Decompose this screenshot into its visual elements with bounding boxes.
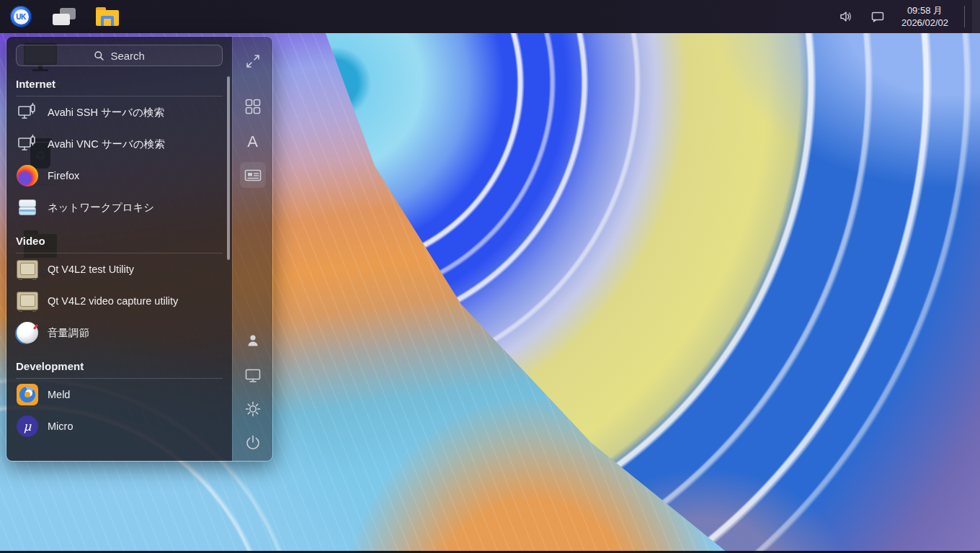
- tv-icon: [17, 292, 38, 310]
- section-header-video: Video: [16, 235, 223, 249]
- panel-separator: [964, 6, 965, 27]
- letter-a-icon: A: [247, 134, 258, 150]
- menu-scrollbar[interactable]: [227, 76, 230, 260]
- firefox-icon: [17, 165, 38, 186]
- tv-icon: [17, 290, 38, 312]
- sidebar-button-expand-menu[interactable]: [240, 48, 266, 74]
- volume-button[interactable]: [834, 4, 858, 29]
- micro-icon: μ: [17, 415, 38, 437]
- sidebar-button-sort-alphabetical[interactable]: A: [240, 129, 266, 155]
- file-manager-folder-icon: [96, 7, 119, 26]
- clock-time: 09:58 月: [901, 4, 948, 17]
- volume-knob-icon: [17, 322, 38, 343]
- remote-display-icon: [17, 102, 38, 123]
- start-menu: Search Internet Avahi SSH サーバの検索 Avahi V…: [6, 36, 273, 462]
- notification-button[interactable]: [865, 4, 890, 29]
- volume-knob-icon: [17, 322, 38, 343]
- clock-date: 2026/02/02: [901, 17, 948, 29]
- sidebar-button-view-all-apps[interactable]: [240, 94, 266, 120]
- window-switcher-icon: [53, 8, 76, 25]
- sidebar-button-power[interactable]: [240, 430, 266, 456]
- panel-clock[interactable]: 09:58 月 2026/02/02: [897, 4, 953, 29]
- sidebar-button-computer-settings[interactable]: [240, 362, 266, 388]
- meld-icon: [17, 384, 38, 405]
- magnifier-icon: [94, 50, 104, 61]
- gear-icon: [244, 400, 262, 418]
- menu-item[interactable]: μMicro: [16, 410, 223, 442]
- menu-item[interactable]: Qt V4L2 video capture utility: [16, 285, 223, 317]
- micro-icon: μ: [17, 415, 38, 437]
- tv-icon: [17, 258, 38, 280]
- card-icon: [243, 165, 263, 185]
- menu-item-label: Avahi VNC サーバの検索: [48, 138, 165, 151]
- menu-item-label: 音量調節: [48, 326, 89, 340]
- panel-tray: 09:58 月 2026/02/02: [834, 0, 980, 33]
- section-header-development: Development: [16, 360, 223, 374]
- desktop-screen: Computer♻Trashhoge UK: [0, 0, 980, 553]
- ukui-logo-icon: UK: [10, 6, 32, 27]
- search-input[interactable]: Search: [16, 45, 223, 66]
- menu-item[interactable]: Avahi VNC サーバの検索: [16, 128, 223, 160]
- menu-item[interactable]: Qt V4L2 test Utility: [16, 253, 223, 285]
- menu-item[interactable]: 音量調節: [16, 317, 223, 349]
- window-switcher-button[interactable]: [52, 4, 76, 29]
- proxy-stack-icon: [17, 197, 38, 218]
- search-placeholder: Search: [110, 50, 145, 62]
- menu-item[interactable]: Meld: [16, 379, 223, 410]
- menu-item-label: Qt V4L2 video capture utility: [48, 295, 178, 307]
- menu-item-label: Qt V4L2 test Utility: [48, 264, 134, 275]
- firefox-icon: [17, 165, 38, 186]
- meld-icon: [17, 384, 38, 405]
- tv-icon: [17, 260, 38, 279]
- menu-item[interactable]: Avahi SSH サーバの検索: [16, 96, 223, 128]
- panel-launchers: UK: [0, 4, 120, 29]
- ukui-logo-text: UK: [14, 9, 29, 24]
- start-menu-button[interactable]: UK: [9, 4, 33, 29]
- menu-item-label: Firefox: [48, 170, 79, 181]
- menu-item-label: Meld: [48, 389, 70, 400]
- menu-item-label: Micro: [48, 421, 73, 432]
- proxy-stack-icon: [17, 197, 38, 218]
- menu-item-label: Avahi SSH サーバの検索: [48, 106, 164, 120]
- expand-icon: [244, 53, 262, 70]
- remote-display-icon: [17, 133, 38, 155]
- menu-item-label: ネットワークプロキシ: [48, 201, 154, 215]
- top-panel: UK: [0, 0, 980, 33]
- speaker-icon: [838, 9, 854, 24]
- show-desktop-button[interactable]: [972, 0, 980, 33]
- sidebar-button-user-account[interactable]: [240, 328, 266, 354]
- chat-bubble-icon: [870, 9, 886, 24]
- menu-item[interactable]: Firefox: [16, 160, 223, 192]
- user-icon: [244, 332, 262, 349]
- section-header-internet: Internet: [16, 78, 223, 92]
- sidebar-button-settings[interactable]: [240, 396, 266, 422]
- file-manager-button[interactable]: [95, 4, 120, 29]
- monitor-icon: [244, 366, 262, 385]
- power-icon: [244, 433, 262, 452]
- menu-item[interactable]: ネットワークプロキシ: [16, 192, 223, 223]
- start-menu-sidebar: A: [232, 37, 272, 461]
- sidebar-button-view-list[interactable]: [240, 162, 266, 188]
- grid-icon: [244, 97, 262, 116]
- start-menu-app-list: Search Internet Avahi SSH サーバの検索 Avahi V…: [6, 37, 232, 461]
